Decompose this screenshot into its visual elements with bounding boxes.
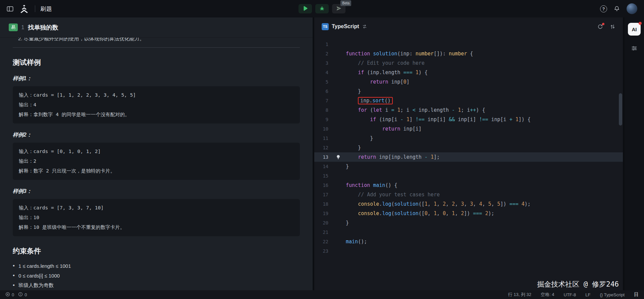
- line-number[interactable]: 15: [314, 171, 336, 181]
- code-text: for (let i = 1; i < inp.length - 1; i++)…: [346, 105, 485, 115]
- code-text: if (inp.length === 1) {: [346, 68, 428, 77]
- code-line[interactable]: 10 return inp[i]: [314, 124, 623, 134]
- submission-history-icon[interactable]: [610, 24, 615, 30]
- code-line[interactable]: 23: [314, 246, 623, 256]
- line-number[interactable]: 11: [314, 134, 336, 143]
- line-number[interactable]: 19: [314, 209, 336, 218]
- code-line[interactable]: 13 return inp[inp.length - 1];: [314, 152, 623, 162]
- warning-count: 0: [24, 292, 27, 297]
- code-text: }: [346, 218, 349, 228]
- scrolled-text-line: 2. 尽量减少额外空间的使用，以体现你的算法优化能力。: [13, 38, 300, 43]
- code-line[interactable]: 16function main() {: [314, 181, 623, 190]
- submit-button[interactable]: Beta: [332, 4, 345, 13]
- code-line[interactable]: 5 return inp[0]: [314, 77, 623, 87]
- quickfix-lightbulb-icon[interactable]: [336, 155, 346, 160]
- line-number[interactable]: 13: [314, 152, 336, 162]
- typescript-badge-icon: TS: [322, 23, 329, 30]
- constraint-item: 班级人数为奇数: [13, 281, 54, 289]
- example-label: 样例2：: [13, 132, 300, 139]
- line-number[interactable]: 5: [314, 77, 336, 87]
- line-number[interactable]: 1: [314, 40, 336, 49]
- problem-header: 易 1 找单独的数: [0, 17, 313, 38]
- code-editor[interactable]: 12function solution(inp: number[]): numb…: [314, 36, 623, 290]
- help-icon[interactable]: [600, 5, 607, 12]
- code-line[interactable]: 1: [314, 40, 623, 49]
- example-explanation: 解释：拿到数字 4 的同学是唯一一个没有配对的。: [19, 110, 294, 119]
- code-lines: 12function solution(inp: number[]): numb…: [314, 40, 623, 256]
- line-number[interactable]: 9: [314, 115, 336, 124]
- code-line[interactable]: 15: [314, 171, 623, 181]
- editor-scrollbar[interactable]: [619, 93, 622, 126]
- errors-indicator[interactable]: 0: [5, 292, 14, 298]
- line-number[interactable]: 21: [314, 228, 336, 237]
- code-line[interactable]: 12 }: [314, 143, 623, 152]
- example-input: 输入：cards = [7, 3, 3, 7, 10]: [19, 203, 294, 213]
- constraint-item: 0 ≤ cards[i] ≤ 1000: [13, 271, 60, 280]
- code-text: }: [346, 143, 361, 152]
- line-number[interactable]: 14: [314, 162, 336, 171]
- code-line[interactable]: 21: [314, 228, 623, 237]
- example-explanation: 解释：数字 2 只出现一次，是独特的卡片。: [19, 166, 294, 176]
- code-line[interactable]: 8 for (let i = 1; i < inp.length - 1; i+…: [314, 105, 623, 115]
- problem-content[interactable]: 2. 尽量减少额外空间的使用，以体现你的算法优化能力。 测试样例 样例1： 输入…: [0, 38, 313, 290]
- code-line[interactable]: 7 inp.sort(): [314, 96, 623, 105]
- example-code-block: 输入：cards = [0, 1, 0, 1, 2] 输出：2 解释：数字 2 …: [13, 143, 300, 180]
- example-output: 输出：10: [19, 213, 294, 222]
- code-line[interactable]: 6 }: [314, 87, 623, 96]
- code-line[interactable]: 17 // Add your test cases here: [314, 190, 623, 199]
- eol-setting[interactable]: LF: [585, 292, 590, 297]
- code-line[interactable]: 3 // Edit your code here: [314, 58, 623, 68]
- code-line[interactable]: 14}: [314, 162, 623, 171]
- notifications-bell-icon[interactable]: [614, 6, 620, 12]
- code-line[interactable]: 2function solution(inp: number[]): numbe…: [314, 49, 623, 58]
- juejin-logo-icon[interactable]: [18, 4, 30, 13]
- line-number[interactable]: 4: [314, 68, 336, 77]
- code-line[interactable]: 22main();: [314, 237, 623, 246]
- code-text: }: [346, 87, 361, 96]
- reset-code-icon[interactable]: [597, 24, 603, 30]
- code-line[interactable]: 19 console.log(solution([0, 1, 0, 1, 2])…: [314, 209, 623, 218]
- line-number[interactable]: 22: [314, 237, 336, 246]
- line-number[interactable]: 7: [314, 96, 336, 105]
- code-line[interactable]: 9 if (inp[i - 1] !== inp[i] && inp[i] !=…: [314, 115, 623, 124]
- line-number[interactable]: 17: [314, 190, 336, 199]
- debug-button[interactable]: [315, 4, 329, 13]
- sidebar-toggle-icon[interactable]: [7, 6, 13, 12]
- constraint-list: 1 ≤ cards.length ≤ 1001 0 ≤ cards[i] ≤ 1…: [13, 262, 300, 290]
- line-number[interactable]: 18: [314, 199, 336, 209]
- language-switch-icon[interactable]: [362, 24, 367, 29]
- ai-assistant-button[interactable]: AI: [628, 23, 641, 36]
- code-line[interactable]: 20}: [314, 218, 623, 228]
- language-mode[interactable]: {} TypeScript: [600, 292, 625, 297]
- line-number[interactable]: 23: [314, 246, 336, 256]
- line-number[interactable]: 16: [314, 181, 336, 190]
- code-text: console.log(solution([1, 1, 2, 2, 3, 3, …: [346, 199, 531, 209]
- run-button[interactable]: [299, 4, 312, 13]
- indent-setting[interactable]: 空格: 4: [541, 292, 554, 298]
- status-bar: 0 0 行 13, 列 32 空格: 4 UTF-8 LF {} TypeScr…: [0, 290, 644, 299]
- line-number[interactable]: 8: [314, 105, 336, 115]
- avatar[interactable]: [627, 3, 637, 14]
- ime-indicator: 日: [634, 292, 639, 298]
- ai-button-label: AI: [632, 27, 637, 32]
- sliders-icon[interactable]: [631, 45, 638, 52]
- examples-section-title: 测试样例: [13, 58, 300, 67]
- app-window: 刷题 Beta 易 1: [0, 0, 644, 299]
- warnings-indicator[interactable]: 0: [18, 292, 27, 298]
- encoding-setting[interactable]: UTF-8: [564, 292, 576, 297]
- line-number[interactable]: 3: [314, 58, 336, 68]
- cursor-position[interactable]: 行 13, 列 32: [508, 292, 531, 298]
- line-number[interactable]: 20: [314, 218, 336, 228]
- code-line[interactable]: 11 }: [314, 134, 623, 143]
- code-line[interactable]: 18 console.log(solution([1, 1, 2, 2, 3, …: [314, 199, 623, 209]
- annotation-red-box: inp.sort(): [358, 97, 393, 104]
- code-text: // Add your test cases here: [346, 190, 440, 199]
- line-number[interactable]: 2: [314, 49, 336, 58]
- code-line[interactable]: 4 if (inp.length === 1) {: [314, 68, 623, 77]
- code-text: }: [346, 134, 373, 143]
- difficulty-badge: 易: [9, 23, 18, 31]
- watermark-text: 掘金技术社区 @ 修罗246: [537, 280, 619, 289]
- line-number[interactable]: 12: [314, 143, 336, 152]
- line-number[interactable]: 10: [314, 124, 336, 134]
- line-number[interactable]: 6: [314, 87, 336, 96]
